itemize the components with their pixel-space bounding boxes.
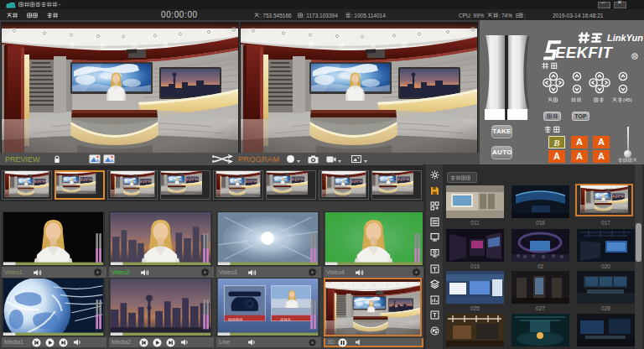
svg-text:R: R xyxy=(633,54,637,59)
svg-text:EEKFIT: EEKFIT xyxy=(555,44,613,61)
